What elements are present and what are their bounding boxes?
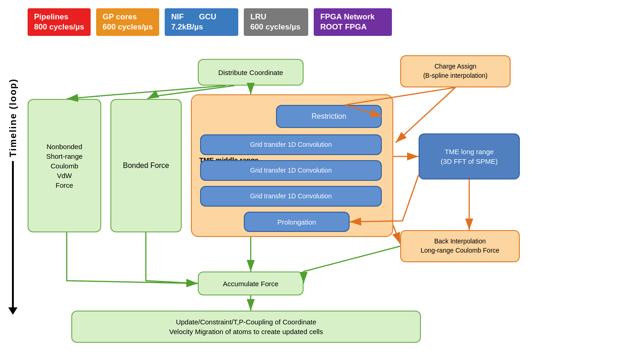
charge-assign-box: Charge Assign(B-spline interpolation) bbox=[400, 55, 511, 87]
accumulate-force-box: Accumulate Force bbox=[198, 271, 304, 295]
diagram-area: Timeline (loop) Distribute Coordinate Ch… bbox=[0, 51, 644, 358]
prolongation-box: Prolongation bbox=[244, 212, 350, 232]
legend-gp-cores: GP cores600 cycles/µs bbox=[96, 8, 159, 36]
legend-lru: LRU600 cycles/µs bbox=[244, 8, 308, 36]
timeline-label: Timeline (loop) bbox=[4, 78, 22, 308]
timeline-text: Timeline (loop) bbox=[8, 78, 18, 157]
grid-transfer-2-box: Grid transfer 1D Convolution bbox=[200, 160, 382, 181]
legend-pipelines: Pipelines800 cycles/µs bbox=[28, 8, 91, 36]
nonbonded-box: NonbondedShort-rangeCoulombVdWForce bbox=[28, 99, 101, 232]
update-constraint-box: Update/Constraint/T,P-Coupling of Coordi… bbox=[71, 311, 421, 343]
restriction-box: Restriction bbox=[276, 105, 382, 128]
back-interpolation-box: Back InterpolationLong-range Coulomb For… bbox=[400, 230, 520, 262]
tme-long-box: TME long range(3D FFT of SPME) bbox=[419, 133, 520, 179]
legend-fpga: FPGA NetworkROOT FPGA bbox=[314, 8, 392, 36]
grid-transfer-3-box: Grid transfer 1D Convolution bbox=[200, 186, 382, 207]
bonded-force-box: Bonded Force bbox=[110, 99, 182, 232]
grid-transfer-1-box: Grid transfer 1D Convolution bbox=[200, 134, 382, 155]
distribute-coordinate-box: Distribute Coordinate bbox=[198, 59, 304, 86]
timeline-arrow bbox=[12, 161, 14, 308]
legend: Pipelines800 cycles/µs GP cores600 cycle… bbox=[0, 0, 644, 40]
legend-nif-gcu: NIF GCU7.2kB/µs bbox=[165, 8, 238, 36]
